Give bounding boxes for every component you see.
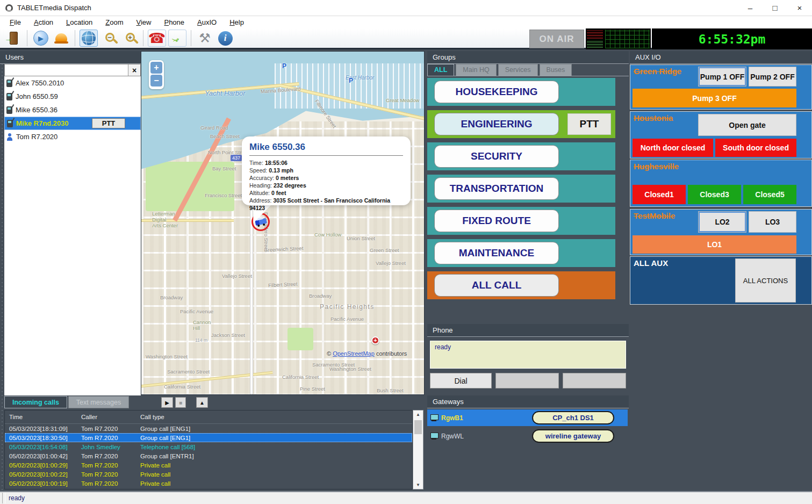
user-row[interactable]: Mike 6550.36	[4, 103, 141, 117]
column-time[interactable]: Time	[5, 414, 81, 420]
group-ptt-button[interactable]: PTT	[567, 113, 611, 135]
menu-help[interactable]: Help	[223, 17, 250, 27]
user-row[interactable]: John 6550.59	[4, 90, 141, 103]
column-caller[interactable]: Caller	[81, 414, 140, 420]
window-controls: – □ ×	[738, 1, 812, 16]
groups-panel-header: Groups	[427, 51, 629, 64]
info-icon[interactable]: i	[216, 30, 234, 47]
north-door-button[interactable]: North door closed	[633, 139, 713, 157]
call-row[interactable]: 05/02/2023[01:00:42]Tom R7.2020Group cal…	[5, 451, 412, 460]
user-row[interactable]: Alex 7550.2010	[4, 76, 141, 90]
tab-buses[interactable]: Buses	[540, 64, 572, 76]
play-icon[interactable]	[32, 30, 50, 47]
menu-location[interactable]: Location	[60, 17, 99, 27]
menu-action[interactable]: Action	[27, 17, 60, 27]
group-engineering-button[interactable]: ENGINEERING	[434, 113, 559, 135]
map-zoom-in-button[interactable]: +	[150, 62, 162, 74]
tab-incoming-calls[interactable]: Incoming calls	[4, 396, 67, 408]
lo2-button[interactable]: LO2	[698, 211, 746, 233]
map-label: 114 m	[195, 337, 207, 343]
close-icon[interactable]: ×	[787, 1, 812, 16]
pump2-button[interactable]: Pump 2 OFF	[749, 67, 796, 87]
tab-text-messages[interactable]: Text messages	[68, 396, 129, 408]
toolbar-separator	[143, 30, 143, 46]
group-all-call-button[interactable]: ALL CALL	[434, 274, 559, 297]
map-label: P	[349, 77, 353, 84]
menu-view[interactable]: View	[130, 17, 158, 27]
gateway-row[interactable]: RgwWL wireline gateway	[427, 428, 628, 444]
playback-play-icon[interactable]: ▶	[161, 397, 173, 408]
gateway-row-selected[interactable]: RgwB1 CP_ch1 DS1	[427, 409, 628, 426]
playback-up-icon[interactable]: ▲	[196, 397, 208, 408]
map-zoom-out-button[interactable]: −	[150, 75, 162, 87]
phone-blank-button[interactable]	[563, 373, 626, 388]
phone-blank-button[interactable]	[495, 373, 559, 388]
map-label: Pacific Heights	[320, 303, 375, 311]
openstreetmap-link[interactable]: OpenStreetMap	[333, 350, 375, 357]
user-ptt-button[interactable]: PTT	[92, 118, 125, 128]
tab-services[interactable]: Services	[498, 64, 538, 76]
calls-scrollbar[interactable]: ▲ ▼	[413, 410, 423, 489]
call-row[interactable]: 05/02/2023[01:00:22]Tom R7.2020Private c…	[5, 470, 412, 479]
tab-main-hq[interactable]: Main HQ	[456, 64, 496, 76]
menu-file[interactable]: File	[3, 17, 27, 27]
menu-auxio[interactable]: AuxIO	[191, 17, 223, 27]
group-fixed-route-button[interactable]: FIXED ROUTE	[434, 210, 559, 232]
siren-icon[interactable]	[52, 30, 70, 47]
users-search-input[interactable]	[5, 64, 128, 76]
zoom-out-icon[interactable]: −	[100, 30, 118, 47]
scroll-down-icon[interactable]: ▼	[413, 481, 423, 489]
call-row[interactable]: 05/03/2023[18:31:09]Tom R7.2020Group cal…	[5, 424, 412, 433]
dial-button[interactable]: Dial	[430, 373, 492, 388]
menu-phone[interactable]: Phone	[157, 17, 191, 27]
zoom-in-icon[interactable]: +	[120, 30, 139, 47]
group-housekeeping-button[interactable]: HOUSEKEEPING	[434, 81, 559, 103]
phone-icon[interactable]: ☎	[148, 30, 166, 47]
oscilloscope-grid	[605, 30, 650, 48]
playback-stop-icon[interactable]: ■	[175, 397, 186, 408]
gateway-channel-button[interactable]: wireline gateway	[532, 429, 614, 443]
tab-all[interactable]: ALL	[427, 64, 454, 76]
maximize-icon[interactable]: □	[763, 1, 787, 16]
minimize-icon[interactable]: –	[738, 1, 763, 16]
map-label: Yacht Harbor	[205, 89, 246, 97]
popup-row: Address:3035 Scott Street - San Francisc…	[249, 197, 403, 212]
gateway-channel-button[interactable]: CP_ch1 DS1	[532, 411, 614, 424]
column-call-type[interactable]: Call type	[140, 414, 412, 420]
crossed-arrows-icon[interactable]: →→	[168, 30, 186, 47]
tools-icon[interactable]: ⚒	[196, 30, 214, 47]
group-transportation-button[interactable]: TRANSPORTATION	[434, 177, 559, 200]
map-label: 437	[231, 155, 242, 161]
app-icon	[5, 4, 13, 12]
call-row[interactable]: 05/03/2023[16:54:08]John SmedleyTelephon…	[5, 442, 412, 451]
group-security-button[interactable]: SECURITY	[434, 145, 559, 168]
lo1-button[interactable]: LO1	[633, 235, 796, 254]
call-row[interactable]: 05/02/2023[01:00:29]Tom R7.2020Private c…	[5, 460, 412, 470]
call-row[interactable]: 05/02/2023[01:00:19]Tom R7.2020Private c…	[5, 479, 412, 488]
exit-door-icon[interactable]	[4, 30, 23, 47]
clear-search-icon[interactable]: ×	[128, 64, 140, 76]
scroll-up-icon[interactable]: ▲	[413, 411, 423, 419]
scroll-thumb[interactable]	[414, 420, 422, 434]
pump1-button[interactable]: Pump 1 OFF	[698, 67, 746, 87]
all-actions-button[interactable]: ALL ACTIONS	[735, 258, 796, 303]
south-door-button[interactable]: South door closed	[715, 139, 796, 157]
closed5-button[interactable]: Closed5	[743, 185, 796, 204]
user-row[interactable]: Tom R7.2020	[4, 130, 141, 143]
pump3-button[interactable]: Pump 3 OFF	[633, 89, 796, 107]
user-row-selected[interactable]: Mike R7nd.2030 PTT	[4, 117, 141, 130]
gateways-panel-header: Gateways	[427, 395, 629, 408]
user-label: Mike R7nd.2030	[16, 119, 69, 127]
map-park	[288, 328, 313, 350]
group-maintenance-button[interactable]: MAINTENANCE	[434, 242, 559, 264]
map-view[interactable]: Yacht HarborEast HarborPPMarina Boulevar…	[141, 51, 425, 395]
poi-marker-icon: +	[371, 336, 379, 344]
lo3-button[interactable]: LO3	[749, 211, 796, 233]
vu-meter	[587, 30, 603, 48]
menu-zoom[interactable]: Zoom	[99, 17, 130, 27]
closed1-button[interactable]: Closed1	[633, 185, 686, 204]
globe-location-icon[interactable]	[80, 30, 98, 47]
call-row-selected[interactable]: 05/03/2023[18:30:50]Tom R7.2020Group cal…	[5, 433, 412, 442]
open-gate-button[interactable]: Open gate	[698, 114, 796, 136]
closed3-button[interactable]: Closed3	[688, 185, 741, 204]
